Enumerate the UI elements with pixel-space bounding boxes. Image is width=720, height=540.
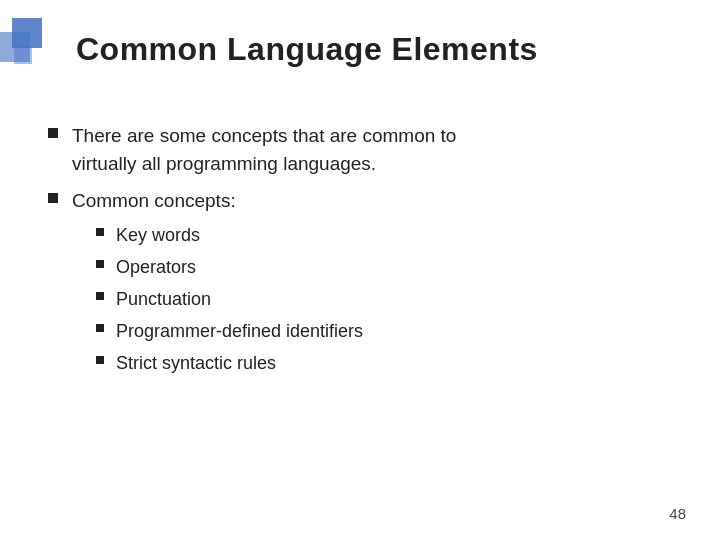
sub-bullet-text-3: Punctuation [116, 287, 211, 312]
sub-bullet-text-4: Programmer-defined identifiers [116, 319, 363, 344]
logo [0, 18, 58, 80]
sub-bullet-icon-3 [96, 292, 104, 300]
sub-bullet-icon-1 [96, 228, 104, 236]
page-number: 48 [669, 505, 686, 522]
main-bullet-list: There are some concepts that are common … [48, 122, 672, 384]
list-item: Punctuation [96, 287, 363, 312]
bullet-icon-2 [48, 193, 58, 203]
bullet-text-1: There are some concepts that are common … [72, 122, 456, 177]
sub-bullet-text-5: Strict syntactic rules [116, 351, 276, 376]
bullet-text-1-line1: There are some concepts that are common … [72, 122, 456, 150]
list-item: Key words [96, 223, 363, 248]
bullet-text-1-line2: virtually all programming languages. [72, 150, 456, 178]
list-item: Operators [96, 255, 363, 280]
logo-square-3 [14, 46, 32, 64]
sub-bullet-icon-4 [96, 324, 104, 332]
sub-bullet-text-1: Key words [116, 223, 200, 248]
list-item: Common concepts: Key words Operators [48, 187, 672, 383]
slide-content: There are some concepts that are common … [0, 98, 720, 414]
slide: Common Language Elements There are some … [0, 0, 720, 540]
bullet-text-2-line1: Common concepts: [72, 187, 363, 215]
sub-bullet-list: Key words Operators Punctuation Pro [96, 223, 363, 377]
bullet-text-2: Common concepts: Key words Operators [72, 187, 363, 383]
sub-bullet-text-2: Operators [116, 255, 196, 280]
sub-bullet-icon-2 [96, 260, 104, 268]
list-item: There are some concepts that are common … [48, 122, 672, 177]
slide-header: Common Language Elements [0, 0, 720, 98]
list-item: Strict syntactic rules [96, 351, 363, 376]
list-item: Programmer-defined identifiers [96, 319, 363, 344]
sub-bullet-icon-5 [96, 356, 104, 364]
slide-title: Common Language Elements [76, 31, 538, 68]
bullet-icon-1 [48, 128, 58, 138]
